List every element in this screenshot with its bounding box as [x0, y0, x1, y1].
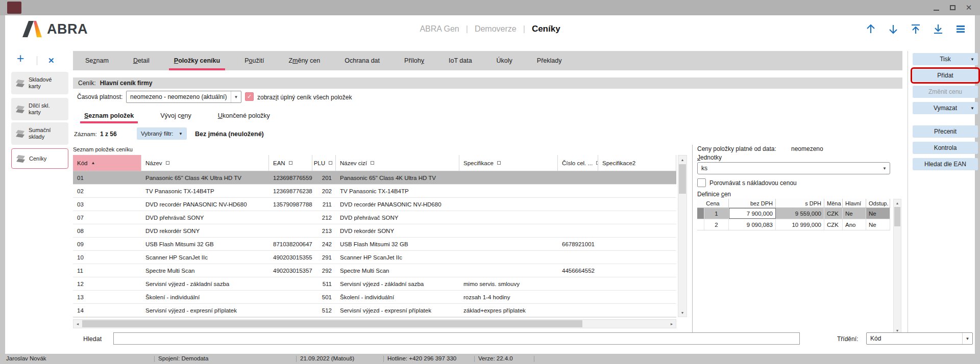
validity-dropdown[interactable]: neomezeno - neomezeno (aktuální) ▼: [126, 91, 241, 103]
button-kontrola[interactable]: Kontrola: [913, 142, 978, 154]
subtab-ukoncene-polozky[interactable]: Ukončené položky: [214, 108, 274, 123]
price-column-header-bez-dph[interactable]: bez DPH: [729, 199, 776, 207]
price-cell-mena: CZK: [824, 219, 843, 230]
close-module-button[interactable]: ✕: [48, 56, 55, 65]
table-row[interactable]: 01Panasonic 65" Class 4K Ultra HD TV1236…: [73, 171, 676, 185]
minimize-icon: [934, 10, 939, 11]
column-header-plu[interactable]: PLU: [312, 155, 336, 171]
breadcrumb-item-abra-gen: ABRA Gen: [420, 24, 459, 34]
selected-filter-dropdown[interactable]: Vybraný filtr: ▼: [137, 127, 187, 140]
maximize-button[interactable]: [945, 0, 960, 15]
close-button[interactable]: ✕: [962, 0, 976, 15]
subtab-vyvoj-ceny[interactable]: Vývoj ceny: [156, 108, 195, 123]
price-column-header-cena[interactable]: Cena: [697, 199, 729, 207]
button-vymazat[interactable]: Vymazat▼: [913, 102, 978, 114]
price-row[interactable]: 17 900,0009 559,000CZKNeNe: [697, 208, 890, 219]
button-precenit[interactable]: Přecenit: [913, 125, 978, 138]
table-cell: 490203015357: [269, 268, 312, 274]
table-cell: DVD přehrávač SONY: [141, 215, 269, 221]
column-header-specifikace[interactable]: Specifikace: [459, 155, 558, 171]
menu-icon[interactable]: [953, 22, 968, 36]
price-cell-odstup: Ne: [866, 208, 890, 219]
price-row[interactable]: 29 090,08310 999,000CZKAnoNe: [697, 219, 890, 230]
price-cell-hlavni: Ano: [843, 219, 866, 230]
cards-icon: [16, 154, 26, 163]
search-input[interactable]: [113, 332, 800, 345]
scrollbar-thumb[interactable]: [82, 320, 582, 327]
scroll-left-icon[interactable]: ◄: [74, 320, 82, 328]
table-cell: 135790987788: [269, 201, 312, 207]
arrow-to-bottom-icon[interactable]: [931, 22, 945, 36]
scroll-right-icon[interactable]: ►: [668, 320, 676, 328]
tab-polozky-ceniku[interactable]: Položky ceníku: [168, 51, 226, 70]
column-header-specifikace2[interactable]: Specifikace2: [598, 155, 676, 171]
price-column-header-mena[interactable]: Měna: [824, 199, 843, 207]
tab-ochrana-dat[interactable]: Ochrana dat: [338, 51, 386, 70]
table-row[interactable]: 09USB Flash Mitsumi 32 GB871038200647242…: [73, 238, 676, 251]
table-row[interactable]: 11Spectre Multi Scan490203015357292Spect…: [73, 264, 676, 277]
price-column-header-hlavni[interactable]: Hlavní: [843, 199, 866, 207]
arrow-down-icon[interactable]: [886, 22, 900, 36]
table-row[interactable]: 14Servisní výjezd - expresní příplatek51…: [73, 304, 676, 317]
table-cell: DVD rekordér SONY: [336, 228, 459, 234]
price-panel-scrollbar[interactable]: ▲ ▼: [893, 199, 901, 334]
add-pricelist-button[interactable]: +: [14, 52, 27, 65]
scrollbar-thumb[interactable]: [894, 207, 900, 226]
sidebar-item-ceniky[interactable]: Ceníky: [11, 148, 68, 169]
table-cell: 07: [73, 215, 141, 221]
button-tisk[interactable]: Tisk▼: [913, 53, 978, 65]
minimize-button[interactable]: [929, 0, 943, 15]
table-cell: 12: [73, 281, 141, 287]
tab-seznam[interactable]: Seznam: [79, 51, 115, 70]
arrow-up-icon[interactable]: [864, 22, 878, 36]
table-row[interactable]: 07DVD přehrávač SONY212DVD přehrávač SON…: [73, 211, 676, 224]
table-cell: Servisní výjezd - expresní příplatek: [141, 307, 269, 314]
table-row[interactable]: 13Školení - individuální501Školení - ind…: [73, 291, 676, 304]
tab-prilohy[interactable]: Přílohy: [398, 51, 430, 70]
compare-cost-price-checkbox[interactable]: [697, 178, 706, 187]
table-cell: 511: [312, 281, 336, 287]
tab-preklady[interactable]: Překlady: [531, 51, 568, 70]
table-row[interactable]: 02TV Panasonic TX-14B4TP123698776238202T…: [73, 185, 676, 198]
button-pridat[interactable]: Přidat: [913, 69, 978, 82]
button-hledat-dle-ean[interactable]: Hledat dle EAN: [913, 158, 978, 170]
subtab-seznam-polozek[interactable]: Seznam položek: [80, 108, 138, 123]
units-dropdown[interactable]: ks ▼: [697, 162, 890, 174]
vertical-scrollbar[interactable]: ▲ ▼: [678, 155, 687, 317]
tab-ukoly[interactable]: Úkoly: [491, 51, 519, 70]
column-header-nazev-cizi[interactable]: Název cizí: [336, 155, 459, 171]
logo-text: ABRA: [47, 21, 88, 37]
sidebar-item-line: karty: [29, 109, 50, 116]
scroll-down-icon[interactable]: ▼: [678, 308, 687, 317]
sidebar-item-skladove-karty[interactable]: Skladovékarty: [11, 72, 68, 94]
table-row[interactable]: 10Scanner HP ScanJet IIc490203015355291S…: [73, 251, 676, 264]
table-cell: 11: [73, 268, 141, 274]
price-cell-s-dph: 10 999,000: [776, 219, 824, 230]
sidebar-item-sumacni-sklady[interactable]: Sumačnísklady: [11, 122, 68, 145]
column-header-ean[interactable]: EAN: [269, 155, 312, 171]
horizontal-scrollbar[interactable]: ◄ ►: [73, 319, 676, 328]
table-cell: Spectre Multi Scan: [141, 268, 269, 274]
chevron-down-icon: ▼: [231, 91, 241, 102]
scroll-up-icon[interactable]: ▲: [894, 199, 901, 206]
sort-dropdown[interactable]: Kód ▼: [866, 332, 973, 345]
tab-zmeny-cen[interactable]: Změny cen: [282, 51, 326, 70]
table-row[interactable]: 03DVD recordér PANASONIC NV-HD6801357909…: [73, 198, 676, 211]
column-header-kod[interactable]: Kód▲: [73, 155, 141, 171]
table-cell: 501: [312, 294, 336, 300]
scrollbar-thumb[interactable]: [679, 164, 686, 194]
table-row[interactable]: 12Servisní výjezd - základní sazba511Ser…: [73, 277, 676, 291]
column-header-cislo-cel[interactable]: Číslo cel. ...: [558, 155, 598, 171]
tab-iot-data[interactable]: IoT data: [443, 51, 478, 70]
sidebar-item-dilci-skl-karty[interactable]: Dílčí skl.karty: [11, 98, 68, 120]
pricelist-header-bar: Ceník: Hlavní ceník firmy: [73, 77, 902, 89]
tab-detail[interactable]: Detail: [127, 51, 156, 70]
show-full-pricelist-checkbox[interactable]: ✓: [245, 92, 254, 101]
table-row[interactable]: 08DVD rekordér SONY213DVD rekordér SONY: [73, 224, 676, 238]
arrow-to-top-icon[interactable]: [909, 22, 923, 36]
tab-pouziti[interactable]: Použití: [238, 51, 270, 70]
price-column-header-s-dph[interactable]: s DPH: [776, 199, 824, 207]
column-header-nazev[interactable]: Název: [141, 155, 269, 171]
scroll-up-icon[interactable]: ▲: [678, 155, 687, 164]
price-column-header-odstup[interactable]: Odstup.: [866, 199, 890, 207]
